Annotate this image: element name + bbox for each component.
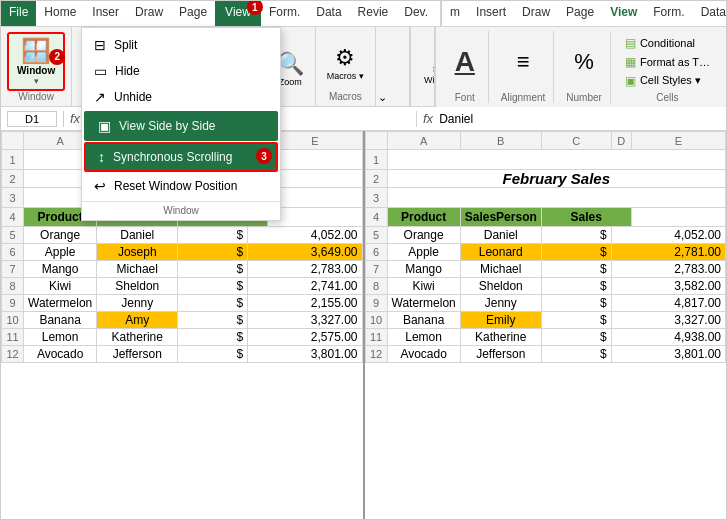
feb-row4-amount: 3,582.00	[611, 278, 725, 295]
tab-page[interactable]: Page	[171, 1, 215, 26]
jan-row2-product: Apple	[24, 244, 97, 261]
feb-title: February Sales	[387, 170, 726, 188]
feb-row4-currency: $	[541, 278, 611, 295]
jan-row4-currency: $	[178, 278, 248, 295]
right-group-font: A Font	[442, 31, 489, 103]
split-item[interactable]: ⊟ Split	[82, 32, 280, 58]
tab-file[interactable]: File	[1, 1, 36, 26]
row-num-5: 5	[2, 227, 24, 244]
jan-row8-product: Avocado	[24, 346, 97, 363]
name-box[interactable]	[7, 111, 57, 127]
tab-right-view[interactable]: View	[602, 1, 645, 26]
jan-row6-product: Banana	[24, 312, 97, 329]
cell-styles-icon: ▣	[625, 74, 636, 88]
feb-row8-person: Jefferson	[460, 346, 541, 363]
ribbon-group-macros: ⚙ Macros ▾ Macros	[316, 27, 376, 106]
view-badge: 1	[247, 0, 263, 15]
conditional-label: Conditional	[640, 37, 695, 49]
window-label: Window 2	[17, 65, 55, 76]
conditional-button[interactable]: ▤ Conditional	[621, 34, 714, 52]
right-pane: A B C D E 1 2 February Sales	[365, 131, 727, 519]
row-num-r5: 5	[365, 227, 387, 244]
macros-group-label: Macros	[322, 91, 369, 102]
jan-row7-product: Lemon	[24, 329, 97, 346]
hide-label: Hide	[115, 64, 140, 78]
tab-home[interactable]: Home	[36, 1, 84, 26]
cell-styles-button[interactable]: ▣ Cell Styles ▾	[621, 72, 714, 90]
zoom-label: Zoom	[279, 77, 302, 87]
cells-group-label: Cells	[621, 92, 714, 103]
tab-right-draw[interactable]: Draw	[514, 1, 558, 26]
format-as-table-button[interactable]: ▦ Format as T…	[621, 53, 714, 71]
expand-button[interactable]: ⌄	[376, 89, 389, 106]
ribbon-content: 🪟 Window 2 ▾ Window 🗗 NewWindow	[1, 27, 726, 107]
alignment-button[interactable]: ≡	[501, 31, 545, 92]
reset-window-item[interactable]: ↩ Reset Window Position	[82, 173, 280, 199]
jan-row6-person: Amy	[97, 312, 178, 329]
reset-window-label: Reset Window Position	[114, 179, 237, 193]
tab-draw[interactable]: Draw	[127, 1, 171, 26]
row-num-12: 12	[2, 346, 24, 363]
row-num-r2: 2	[365, 170, 387, 188]
jan-row5-currency: $	[178, 295, 248, 312]
feb-row2-amount: 2,781.00	[611, 244, 725, 261]
tab-right-page[interactable]: Page	[558, 1, 602, 26]
row-num-10: 10	[2, 312, 24, 329]
view-side-by-side-item[interactable]: ▣ View Side by Side	[84, 111, 278, 141]
tab-right-insert[interactable]: Insert	[468, 1, 514, 26]
window-badge: 2	[49, 49, 65, 65]
jan-row5-product: Watermelon	[24, 295, 97, 312]
jan-row3-amount: 2,783.00	[248, 261, 362, 278]
alignment-icon: ≡	[517, 49, 530, 75]
right-sheet: A B C D E 1 2 February Sales	[365, 131, 727, 363]
alignment-group-label: Alignment	[501, 92, 545, 103]
formula-fx-right: fx	[423, 111, 433, 126]
jan-row8-currency: $	[178, 346, 248, 363]
row-num-r3: 3	[365, 188, 387, 208]
feb-row4-product: Kiwi	[387, 278, 460, 295]
row-num-r7: 7	[365, 261, 387, 278]
view-side-icon: ▣	[98, 118, 111, 134]
tab-right-m[interactable]: m	[441, 1, 468, 26]
row-num-r4: 4	[365, 208, 387, 227]
jan-row1-currency: $	[178, 227, 248, 244]
feb-row5-product: Watermelon	[387, 295, 460, 312]
row-num-3: 3	[2, 188, 24, 208]
window-button[interactable]: 🪟 Window 2 ▾	[7, 32, 65, 91]
tab-right-form[interactable]: Form.	[645, 1, 692, 26]
feb-row3-currency: $	[541, 261, 611, 278]
tab-dev[interactable]: Dev.	[396, 1, 436, 26]
feb-row7-currency: $	[541, 329, 611, 346]
jan-row5-person: Jenny	[97, 295, 178, 312]
jan-row7-amount: 2,575.00	[248, 329, 362, 346]
sync-scroll-item[interactable]: ↕ Synchronous Scrolling 3	[84, 142, 278, 172]
split-label: Split	[114, 38, 137, 52]
sync-scroll-badge: 3	[256, 148, 272, 164]
jan-row2-currency: $	[178, 244, 248, 261]
feb-header-product: Product	[387, 208, 460, 227]
feb-header-salesperson: SalesPerson	[460, 208, 541, 227]
feb-row6-product: Banana	[387, 312, 460, 329]
tab-right-data[interactable]: Data	[693, 1, 727, 26]
jan-row2-person: Joseph	[97, 244, 178, 261]
jan-row6-amount: 3,327.00	[248, 312, 362, 329]
unhide-item[interactable]: ↗ Unhide	[82, 84, 280, 110]
right-group-cells: ▤ Conditional ▦ Format as T… ▣ Cell Styl…	[615, 31, 720, 103]
feb-row1-currency: $	[541, 227, 611, 244]
feb-row2-currency: $	[541, 244, 611, 261]
tab-view[interactable]: View 1	[215, 1, 261, 26]
format-table-label: Format as T…	[640, 56, 710, 68]
feb-row6-person: Emily	[460, 312, 541, 329]
feb-row3-person: Michael	[460, 261, 541, 278]
tab-data[interactable]: Data	[308, 1, 349, 26]
number-button[interactable]: %	[566, 31, 602, 92]
font-button[interactable]: A	[450, 31, 480, 92]
tab-review[interactable]: Revie	[350, 1, 397, 26]
macros-button[interactable]: ⚙ Macros ▾	[322, 42, 369, 84]
tab-form[interactable]: Form.	[261, 1, 308, 26]
feb-row5-currency: $	[541, 295, 611, 312]
formula-input-right[interactable]	[439, 112, 720, 126]
feb-row7-person: Katherine	[460, 329, 541, 346]
tab-insert[interactable]: Inser	[84, 1, 127, 26]
hide-item[interactable]: ▭ Hide	[82, 58, 280, 84]
